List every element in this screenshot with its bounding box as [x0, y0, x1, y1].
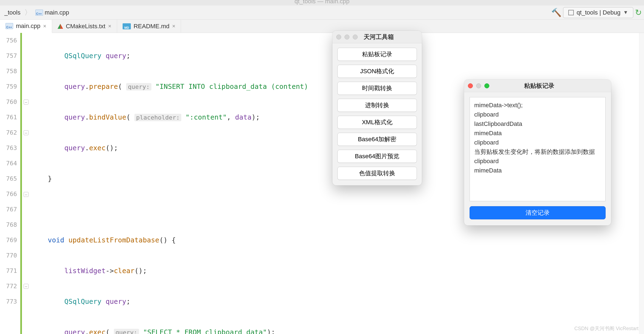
toolbox-button[interactable]: Base64图片预览 [337, 150, 417, 163]
line-number: 764 [0, 156, 17, 171]
line-number: 762 [0, 125, 17, 140]
window-title-text: 粘贴板记录 [489, 82, 589, 90]
line-number: 765 [0, 171, 17, 186]
traffic-minimize[interactable] [344, 35, 349, 39]
line-number: 769 [0, 233, 17, 248]
toolbox-button[interactable]: 进制转换 [337, 99, 417, 112]
traffic-close[interactable] [468, 83, 473, 88]
clipboard-item[interactable]: mimeData->text(); [474, 101, 601, 110]
build-icon[interactable]: 🔨 [551, 8, 561, 17]
cpp-icon: C++ [5, 23, 13, 29]
line-number: 768 [0, 217, 17, 233]
toolbox-button[interactable]: 时间戳转换 [337, 82, 417, 95]
watermark: CSDN @天河书阁 VicRestart [574, 325, 639, 332]
toolbox-button[interactable]: 粘贴板记录 [337, 48, 417, 61]
tab-cmakelists[interactable]: CMakeLists.txt × [52, 20, 117, 33]
breadcrumb-separator: 〉 [24, 8, 32, 17]
clipboard-item[interactable]: mimeData [474, 129, 601, 138]
clipboard-item[interactable]: 当剪贴板发生变化时，将新的数据添加到数据 [474, 147, 601, 157]
scrollbar[interactable] [639, 33, 644, 334]
tab-readme[interactable]: MD README.md × [117, 20, 181, 33]
toolbox-button[interactable]: JSON格式化 [337, 65, 417, 78]
clear-button[interactable]: 清空记录 [470, 206, 606, 219]
clipboard-item[interactable]: clipboard [474, 157, 601, 166]
line-number: 759 [0, 79, 17, 94]
cpp-icon: C++ [35, 10, 43, 16]
line-number: 757 [0, 48, 17, 64]
clipboard-list[interactable]: mimeData->text();clipboardlastClipboardD… [470, 97, 606, 201]
line-number: 760 [0, 94, 17, 110]
traffic-zoom[interactable] [353, 35, 358, 39]
line-number: 773 [0, 294, 17, 309]
window-titlebar[interactable]: 天河工具箱 [332, 31, 422, 43]
tab-main-cpp[interactable]: C++ main.cpp × [0, 20, 52, 33]
window-titlebar[interactable]: 粘贴板记录 [464, 80, 611, 92]
toolbox-button[interactable]: Base64加解密 [337, 133, 417, 146]
traffic-close[interactable] [336, 35, 341, 39]
clipboard-item[interactable]: lastClipboardData [474, 119, 601, 129]
close-icon[interactable]: × [108, 23, 111, 29]
fold-marker[interactable]: – [24, 192, 29, 197]
breadcrumb-file[interactable]: C++ main.cpp [33, 8, 71, 17]
clipboard-item[interactable]: mimeData [474, 166, 601, 175]
window-title-text: 天河工具箱 [358, 33, 400, 41]
markdown-icon: MD [123, 23, 131, 29]
window-title: qt_tools — main.cpp [0, 0, 644, 5]
fold-marker[interactable]: – [24, 100, 29, 104]
line-gutter: 7567577587597607617627637647657667677687… [0, 33, 20, 334]
fold-marker[interactable]: – [24, 284, 29, 289]
line-number: 766 [0, 186, 17, 202]
app-icon [568, 10, 574, 15]
breadcrumb-bar: _tools 〉 C++ main.cpp 🔨 qt_tools | Debug… [0, 5, 644, 20]
line-number: 758 [0, 64, 17, 79]
toolbox-button[interactable]: 色值提取转换 [337, 167, 417, 180]
clipboard-window[interactable]: 粘贴板记录 mimeData->text();clipboardlastClip… [464, 80, 611, 225]
line-number: 771 [0, 263, 17, 279]
line-number: 763 [0, 140, 17, 156]
chevron-down-icon: ▼ [623, 10, 628, 15]
clipboard-item[interactable]: clipboard [474, 110, 601, 119]
run-config-selector[interactable]: qt_tools | Debug ▼ [563, 7, 633, 18]
line-number: 772 [0, 279, 17, 294]
close-icon[interactable]: × [172, 23, 176, 29]
fold-marker[interactable]: – [24, 130, 29, 135]
close-icon[interactable]: × [43, 23, 46, 29]
line-number: 761 [0, 110, 17, 125]
traffic-minimize[interactable] [476, 83, 481, 88]
reload-icon[interactable]: ↻ [635, 8, 642, 17]
clipboard-item[interactable]: clipboard [474, 138, 601, 147]
tabs-row: C++ main.cpp × CMakeLists.txt × MD READM… [0, 20, 644, 33]
breadcrumb-project[interactable]: _tools [2, 8, 23, 17]
fold-strip: – – – – [20, 33, 29, 334]
cmake-icon [58, 24, 63, 29]
traffic-zoom[interactable] [484, 83, 489, 88]
line-number: 770 [0, 248, 17, 263]
toolbox-button[interactable]: XML格式化 [337, 116, 417, 129]
toolbox-window[interactable]: 天河工具箱 粘贴板记录JSON格式化时间戳转换进制转换XML格式化Base64加… [332, 31, 422, 185]
line-number: 756 [0, 33, 17, 48]
line-number: 767 [0, 202, 17, 217]
